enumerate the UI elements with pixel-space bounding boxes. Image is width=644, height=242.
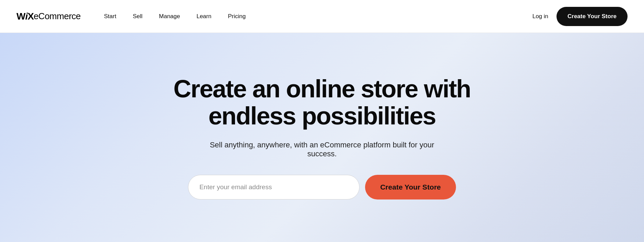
nav-item-learn[interactable]: Learn xyxy=(190,10,218,23)
logo-ecommerce-text: eCommerce xyxy=(34,11,81,22)
navbar: WiX eCommerce Start Sell Manage Learn Pr… xyxy=(0,0,644,33)
hero-subtitle: Sell anything, anywhere, with an eCommer… xyxy=(202,141,442,158)
hero-title-line1: Create an online store with xyxy=(173,75,470,102)
nav-item-manage[interactable]: Manage xyxy=(152,10,187,23)
logo-wix-text: WiX xyxy=(16,11,34,22)
hero-title-line2: endless possibilities xyxy=(208,102,435,130)
logo[interactable]: WiX eCommerce xyxy=(16,11,81,22)
nav-item-pricing[interactable]: Pricing xyxy=(221,10,253,23)
hero-title: Create an online store with endless poss… xyxy=(173,75,470,130)
create-store-hero-button[interactable]: Create Your Store xyxy=(365,175,456,199)
login-link[interactable]: Log in xyxy=(532,13,548,20)
nav-links: Start Sell Manage Learn Pricing xyxy=(97,10,532,23)
create-store-nav-button[interactable]: Create Your Store xyxy=(557,7,628,26)
email-input[interactable] xyxy=(188,175,360,199)
hero-form: Create Your Store xyxy=(188,175,456,199)
hero-section: Create an online store with endless poss… xyxy=(0,33,644,242)
nav-item-start[interactable]: Start xyxy=(97,10,123,23)
nav-item-sell[interactable]: Sell xyxy=(126,10,149,23)
nav-right: Log in Create Your Store xyxy=(532,7,628,26)
